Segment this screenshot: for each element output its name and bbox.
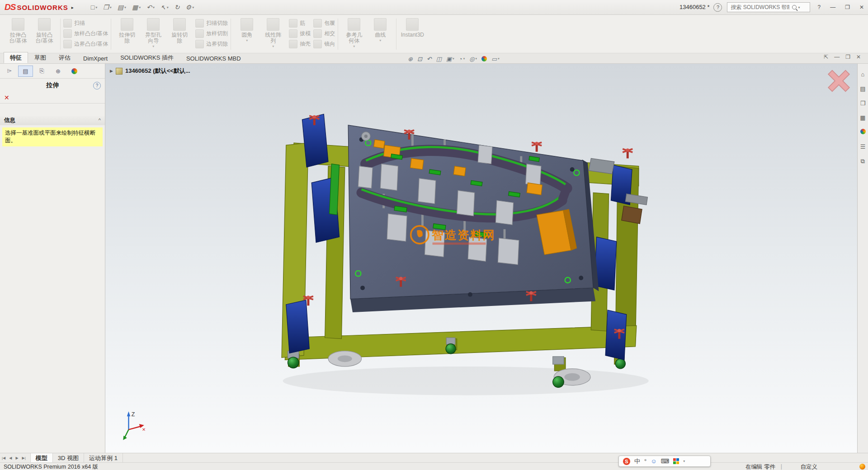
minimize-button[interactable]: — (828, 4, 838, 10)
tab-solidworks-addins[interactable]: SOLIDWORKS 插件 (114, 52, 180, 63)
tab-evaluate[interactable]: 评估 (52, 52, 77, 63)
ribbon-button-curves[interactable]: 曲线 (367, 16, 393, 42)
ime-keyboard-icon[interactable]: ⌨ (660, 458, 669, 465)
save-button[interactable]: ▤▾ (117, 3, 127, 12)
doc-close-icon[interactable]: ✕ (856, 54, 861, 60)
ribbon-button-fillet[interactable]: 圆角 (234, 16, 260, 42)
tab-solidworks-mbd[interactable]: SOLIDWORKS MBD (180, 53, 247, 63)
search-dropdown-icon[interactable]: ▾ (798, 5, 800, 9)
help-circle-icon[interactable]: ? (713, 3, 722, 12)
ribbon-button-mirror[interactable]: 镜向 (313, 39, 335, 48)
ribbon-button-intersect[interactable]: 相交 (313, 29, 335, 38)
tree-expand-icon[interactable]: ▶ (110, 69, 113, 73)
options-button[interactable]: ⚙▾ (185, 3, 195, 12)
ribbon-button-boundary-cut[interactable]: 边界切除 (195, 39, 228, 48)
ribbon-button-loft-boss[interactable]: 放样凸台/基体 (63, 29, 108, 38)
flyout-feature-tree-root[interactable]: ▶ 13460652 (默认<<默认... (110, 67, 190, 75)
ribbon-button-extrude-boss[interactable]: 拉伸凸 台/基体 (5, 16, 31, 44)
customize-label[interactable]: 自定义 (801, 463, 818, 470)
ime-toolbox-icon[interactable] (673, 458, 679, 464)
doc-dock-icon[interactable]: ⇱ (824, 54, 828, 60)
view-palette-icon[interactable]: ▦ (860, 114, 865, 121)
search-icon[interactable] (792, 5, 797, 9)
close-button[interactable]: ✕ (857, 4, 866, 10)
ime-punctuation-toggle[interactable]: ° (644, 458, 646, 465)
ribbon-button-instant3d[interactable]: Instant3D (399, 16, 425, 38)
ribbon-button-draft[interactable]: 拔模 (289, 29, 311, 38)
menu-flyout-icon[interactable]: ▸ (71, 5, 74, 10)
configurationmanager-tab[interactable]: ⎘ (34, 66, 49, 77)
design-library-icon[interactable]: ▤ (860, 85, 865, 92)
collapse-chevron-icon[interactable]: ^ (99, 118, 101, 123)
dimxpertmanager-tab[interactable]: ⊕ (51, 66, 66, 77)
ribbon-button-extrude-cut[interactable]: 拉伸切 除 (114, 16, 140, 44)
ribbon-button-loft-cut[interactable]: 放样切割 (195, 29, 228, 38)
part-icon (116, 68, 123, 75)
hole-wizard-icon (147, 18, 160, 31)
restore-button[interactable]: ❐ (843, 4, 852, 10)
3d-model[interactable]: 智造资料网 Z ✕ (105, 64, 857, 453)
help-button[interactable]: ? (815, 4, 823, 10)
print-button[interactable]: ▦▾ (131, 3, 142, 12)
zoom-area-icon[interactable]: ⊡ (417, 56, 422, 62)
undo-button[interactable]: ↶▾ (146, 3, 156, 12)
section-view-icon[interactable]: ◫ (436, 56, 442, 62)
ribbon-button-sweep[interactable]: 扫描 (63, 19, 85, 28)
tab-sketch[interactable]: 草图 (28, 52, 52, 63)
featuremanager-tree-tab[interactable]: ⌲ (2, 66, 17, 77)
ribbon-button-rib[interactable]: 筋 (289, 19, 305, 28)
ribbon-button-revolve-cut[interactable]: 旋转切 除 (166, 16, 193, 44)
search-input[interactable] (730, 4, 790, 11)
tab-model[interactable]: 模型 (30, 453, 53, 462)
home-icon[interactable]: ⌂ (861, 71, 865, 78)
info-group-header[interactable]: 信息 ^ (0, 115, 105, 125)
ribbon-button-sweep-cut[interactable]: 扫描切除 (195, 19, 228, 28)
ribbon-button-wrap[interactable]: 包覆 (313, 19, 335, 28)
tab-motion-study[interactable]: 运动算例 1 (84, 453, 123, 462)
propertymanager-tab[interactable]: ▤ (18, 66, 33, 77)
appearances-icon[interactable] (860, 129, 866, 136)
first-tab-button[interactable]: |◀ (0, 456, 7, 460)
view-settings-icon[interactable]: ▭▾ (491, 56, 500, 62)
connection-globe-icon[interactable] (859, 464, 865, 470)
tab-features[interactable]: 特征 (4, 52, 28, 63)
property-manager-cancel-button[interactable]: ✕ (4, 94, 9, 101)
ribbon-button-linear-pattern[interactable]: 线性阵 列 (260, 16, 286, 48)
ribbon-button-revolve-boss[interactable]: 旋转凸 台/基体 (31, 16, 57, 44)
displaymanager-tab[interactable] (67, 66, 82, 77)
ribbon-button-boundary-boss[interactable]: 边界凸台/基体 (63, 39, 108, 48)
tab-3d-views[interactable]: 3D 视图 (53, 453, 84, 462)
tab-dimxpert[interactable]: DimXpert (77, 53, 114, 63)
forum-icon[interactable]: ⧉ (861, 158, 865, 165)
select-button[interactable]: ↖▾ (160, 3, 170, 12)
ime-more-icon[interactable]: ▾ (683, 459, 685, 463)
open-document-button[interactable]: ❒▾ (102, 3, 113, 12)
new-document-button[interactable]: □▾ (90, 3, 98, 12)
last-tab-button[interactable]: ▶| (20, 456, 28, 460)
ribbon-button-reference-geometry[interactable]: 参考几 何体 (341, 16, 367, 48)
solidworks-logo[interactable]: DS SOLIDWORKS ▸ (0, 2, 78, 12)
doc-minimize-icon[interactable]: — (834, 54, 840, 60)
previous-view-icon[interactable]: ↶ (427, 56, 432, 62)
loft-cut-label: 放样切割 (206, 30, 228, 38)
prev-tab-button[interactable]: ◀ (7, 456, 14, 460)
property-manager-help-icon[interactable]: ? (93, 82, 101, 89)
rebuild-button[interactable]: ↻ (174, 3, 181, 12)
next-tab-button[interactable]: ▶ (14, 456, 20, 460)
search-box[interactable]: ▾ (727, 2, 810, 12)
custom-properties-icon[interactable]: ☰ (860, 143, 866, 150)
cancel-confirmation-button[interactable] (828, 70, 849, 92)
edit-appearance-icon[interactable] (481, 56, 487, 61)
hide-show-items-icon[interactable]: ◎▾ (469, 56, 477, 62)
display-style-icon[interactable]: ◔▾ (459, 56, 465, 62)
file-explorer-icon[interactable]: ❒ (860, 100, 866, 107)
doc-restore-icon[interactable]: ❐ (845, 54, 850, 60)
view-orientation-icon[interactable]: ▣▾ (446, 56, 454, 62)
sogou-input-icon[interactable]: S (623, 458, 630, 465)
ribbon-button-hole-wizard[interactable]: 异型孔 向导 (140, 16, 166, 48)
ime-language-toggle[interactable]: 中 (634, 457, 640, 465)
ime-emoji-icon[interactable]: ☺ (651, 458, 656, 465)
zoom-fit-icon[interactable]: ⊕ (408, 56, 413, 62)
graphics-viewport[interactable]: ▶ 13460652 (默认<<默认... (105, 64, 857, 453)
ribbon-button-shell[interactable]: 抽壳 (289, 39, 311, 48)
